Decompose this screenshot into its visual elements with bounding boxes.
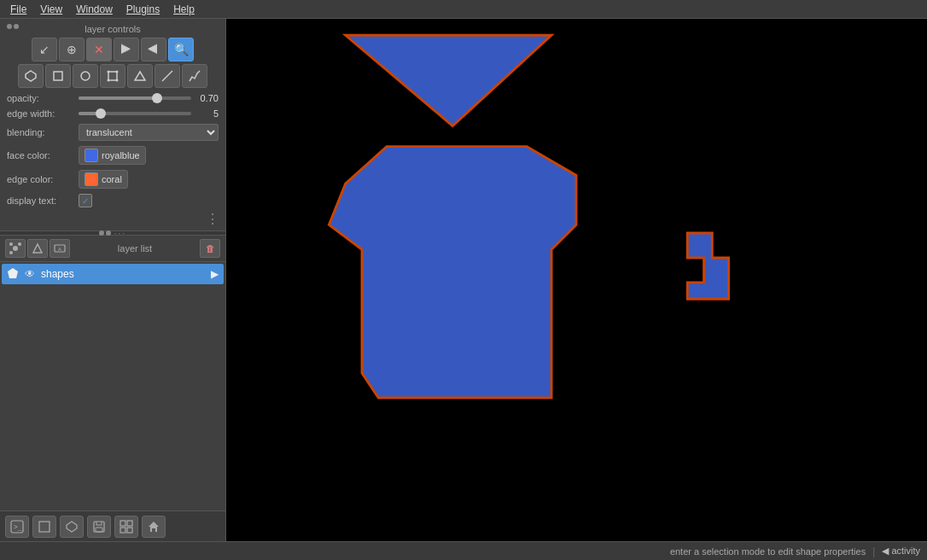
- opacity-row: opacity: 0.70: [3, 90, 222, 106]
- tool-triangle[interactable]: [127, 64, 153, 88]
- layer-controls-title: layer controls: [85, 24, 140, 34]
- tool-delete[interactable]: ✕: [86, 38, 112, 61]
- console-button[interactable]: >_: [5, 516, 29, 538]
- face-color-name: royalblue: [102, 150, 140, 160]
- tool-rectangle[interactable]: [45, 64, 71, 88]
- status-divider: |: [872, 545, 875, 557]
- layer-visibility-toggle[interactable]: 👁: [22, 266, 38, 282]
- display-text-row: display text: ✓: [3, 191, 222, 210]
- 2d-viewer-button[interactable]: [32, 516, 56, 538]
- tool-search[interactable]: 🔍: [168, 38, 194, 61]
- display-text-checkbox[interactable]: ✓: [79, 194, 92, 207]
- menu-plugins[interactable]: Plugins: [120, 3, 166, 16]
- svg-point-10: [13, 246, 18, 251]
- vertical-dots[interactable]: ⋮: [206, 211, 219, 227]
- layer-item-shapes[interactable]: 👁 shapes ▶: [2, 264, 224, 284]
- activity-icon: ◀: [882, 545, 889, 556]
- blending-label: blending:: [7, 127, 75, 137]
- bottom-toolbar: >_: [0, 510, 225, 541]
- shapes-canvas: [226, 19, 927, 541]
- 3d-viewer-button[interactable]: [60, 516, 84, 538]
- svg-point-2: [81, 72, 90, 80]
- edge-color-label: edge color:: [7, 174, 75, 184]
- svg-point-11: [9, 242, 13, 246]
- tool-move[interactable]: ↙: [32, 38, 57, 61]
- add-points-button[interactable]: [5, 239, 26, 258]
- menubar: File View Window Plugins Help: [0, 0, 927, 19]
- menu-file[interactable]: File: [3, 3, 33, 16]
- blending-row: blending: translucent opaque minimum max…: [3, 121, 222, 143]
- delete-layer-button[interactable]: 🗑: [200, 239, 220, 258]
- tool-add[interactable]: ⊕: [59, 38, 85, 61]
- svg-text:A: A: [58, 247, 61, 252]
- svg-marker-0: [26, 71, 36, 81]
- opacity-label: opacity:: [7, 93, 75, 103]
- layer-controls-header: layer controls: [3, 22, 222, 38]
- svg-rect-25: [120, 528, 125, 533]
- toolbar-row-1: ↙ ⊕ ✕ ⯈ ⯇ 🔍: [3, 38, 222, 61]
- edge-color-row: edge color: coral: [3, 167, 222, 191]
- add-labels-button[interactable]: A: [50, 239, 70, 258]
- layer-expand-arrow[interactable]: ▶: [211, 268, 219, 280]
- layer-name: shapes: [41, 268, 207, 280]
- menu-help[interactable]: Help: [166, 3, 201, 16]
- edge-width-slider[interactable]: [79, 112, 191, 115]
- dot1: [7, 24, 12, 29]
- svg-rect-23: [120, 521, 125, 526]
- edge-width-row: edge width: 5: [3, 106, 222, 121]
- edge-color-name: coral: [102, 174, 122, 184]
- layer-list-section: A layer list 🗑 👁 shapes ▶: [0, 236, 225, 510]
- face-color-swatch: [85, 149, 98, 162]
- svg-point-5: [116, 71, 119, 73]
- menu-view[interactable]: View: [33, 3, 69, 16]
- activity-label: activity: [891, 545, 920, 556]
- svg-point-4: [108, 71, 110, 73]
- save-button[interactable]: [87, 516, 111, 538]
- edge-color-button[interactable]: coral: [79, 170, 128, 189]
- svg-rect-1: [54, 72, 62, 80]
- svg-rect-3: [108, 72, 117, 80]
- layer-type-icon: [7, 267, 19, 281]
- blending-select[interactable]: translucent opaque minimum maximum addit…: [79, 124, 219, 141]
- tool-ellipse[interactable]: [73, 64, 98, 88]
- svg-marker-8: [135, 72, 145, 80]
- menu-window[interactable]: Window: [69, 3, 120, 16]
- main-layout: layer controls ↙ ⊕ ✕ ⯈ ⯇ 🔍: [0, 19, 927, 541]
- tool-forward[interactable]: ⯈: [114, 38, 139, 61]
- add-shapes-button[interactable]: [27, 239, 48, 258]
- shape-large-polygon[interactable]: [329, 147, 576, 398]
- activity-toggle[interactable]: ◀ activity: [882, 545, 920, 557]
- tool-back[interactable]: ⯇: [141, 38, 166, 61]
- status-bar: enter a selection mode to edit shape pro…: [0, 541, 927, 560]
- svg-line-9: [162, 71, 172, 81]
- edge-color-swatch: [85, 172, 98, 186]
- opacity-slider[interactable]: [79, 96, 191, 100]
- face-color-label: face color:: [7, 150, 75, 160]
- canvas-area[interactable]: [226, 19, 927, 541]
- svg-rect-26: [127, 528, 132, 533]
- tool-polygon[interactable]: [18, 64, 44, 88]
- home-button[interactable]: [142, 516, 166, 538]
- left-panel: layer controls ↙ ⊕ ✕ ⯈ ⯇ 🔍: [0, 19, 226, 541]
- svg-rect-22: [96, 528, 102, 532]
- tool-line[interactable]: [154, 64, 180, 88]
- shape-l-shape[interactable]: [687, 233, 728, 299]
- grid-button[interactable]: [114, 516, 138, 538]
- layer-list-header: A layer list 🗑: [0, 236, 225, 262]
- tool-path[interactable]: [100, 64, 125, 88]
- toolbar-row-2: [3, 64, 222, 88]
- dot2: [14, 24, 19, 29]
- tool-freehand[interactable]: [182, 64, 207, 88]
- svg-text:>_: >_: [14, 523, 22, 531]
- svg-marker-14: [33, 244, 42, 253]
- svg-point-6: [116, 79, 119, 82]
- edge-width-value: 5: [195, 108, 219, 119]
- layer-list-title: layer list: [118, 243, 152, 254]
- layer-add-tools: A: [5, 239, 70, 258]
- svg-rect-24: [127, 521, 132, 526]
- face-color-button[interactable]: royalblue: [79, 146, 146, 165]
- shape-triangle[interactable]: [346, 35, 551, 125]
- edge-width-label: edge width:: [7, 108, 75, 119]
- svg-marker-17: [8, 268, 18, 278]
- svg-point-13: [9, 251, 13, 254]
